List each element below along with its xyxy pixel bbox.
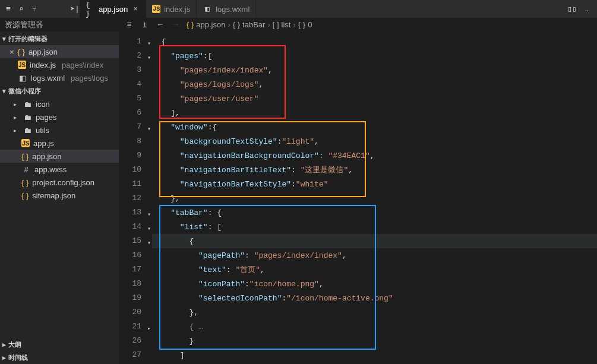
tab-label: logs.wxml (216, 5, 249, 14)
breadcrumb[interactable]: { }app.json › { }tabBar › [ ]list › { }0 (187, 20, 312, 29)
breadcrumb-item[interactable]: app.json (196, 20, 225, 29)
chevron-right-icon: ▸ (2, 354, 6, 362)
fold-icon[interactable]: ▾ (147, 236, 151, 251)
js-icon: JS (18, 61, 26, 69)
bookmark-icon[interactable]: ⟂ (140, 20, 150, 30)
tree-label: sitemap.json (32, 191, 75, 200)
tab-label: app.json (99, 5, 128, 14)
file-label: index.js (30, 61, 56, 69)
json-icon: { } (21, 191, 29, 200)
code-content[interactable]: { "pages":[ "pages/index/index", "pages/… (152, 32, 597, 364)
js-icon: JS (21, 139, 30, 147)
tree-project-config[interactable]: { } project.config.json (0, 176, 119, 189)
section-label: 微信小程序 (8, 87, 41, 96)
tab-bar: { } app.json × JS index.js ◧ logs.wxml (80, 0, 567, 18)
breadcrumb-item[interactable]: 0 (308, 20, 312, 29)
close-icon[interactable]: × (10, 48, 14, 56)
chevron-right-icon: ▸ (11, 127, 19, 134)
tree-label: app.wxss (34, 165, 67, 174)
section-label: 大纲 (8, 340, 21, 349)
tree-utils-folder[interactable]: ▸ 🖿 utils (0, 124, 119, 137)
json-icon: { } (21, 152, 29, 161)
file-path: pages\logs (71, 74, 108, 83)
folder-icon: 🖿 (23, 125, 32, 135)
explorer: ▾ 打开的编辑器 × { } app.json JS index.js page… (0, 32, 119, 364)
wxml-icon: ◧ (18, 73, 27, 83)
tree-label: pages (36, 113, 56, 122)
breadcrumb-item[interactable]: list (282, 20, 291, 29)
more-icon[interactable]: … (583, 4, 592, 14)
fold-icon[interactable]: ▾ (147, 122, 151, 137)
tree-pages-folder[interactable]: ▸ 🖿 pages (0, 110, 119, 124)
timeline-header[interactable]: ▸ 时间线 (0, 351, 119, 364)
folder-icon: 🖿 (23, 99, 32, 109)
json-icon: { } (86, 5, 95, 14)
chevron-right-icon: ▸ (11, 101, 19, 107)
tree-app-js[interactable]: JS app.js (0, 137, 119, 150)
file-path: pages\index (62, 61, 103, 69)
fold-icon[interactable]: ▾ (147, 208, 151, 222)
chevron-right-icon: ▸ (11, 114, 19, 121)
json-icon: { } (187, 20, 194, 29)
breadcrumb-item[interactable]: tabBar (242, 20, 265, 29)
back-icon[interactable]: ← (156, 20, 165, 30)
tab-logs-wxml[interactable]: ◧ logs.wxml (197, 0, 256, 18)
tree-label: utils (36, 126, 49, 135)
fold-icon[interactable]: ▸ (147, 322, 151, 336)
line-gutter: 1▾ 2▾ 3 4 5 6 7▾ 8 9 10 11 12 13▾ 14▾ 15… (119, 32, 152, 364)
fold-icon[interactable]: ▾ (147, 222, 151, 236)
tab-label: index.js (164, 5, 190, 14)
search-icon[interactable]: ⌕ (17, 4, 26, 14)
explorer-title: 资源管理器 (0, 20, 119, 30)
tree-app-json[interactable]: { } app.json (0, 150, 119, 163)
fold-icon[interactable]: ▾ (147, 37, 151, 51)
tree-icon-folder[interactable]: ▸ 🖿 icon (0, 97, 119, 110)
menu-icon[interactable]: ≡ (4, 4, 13, 14)
tree-sitemap-json[interactable]: { } sitemap.json (0, 189, 119, 202)
forward-icon: → (171, 20, 181, 30)
folder-icon: 🖿 (23, 112, 32, 122)
open-editor-app-json[interactable]: × { } app.json (0, 45, 119, 58)
chevron-down-icon: ▾ (2, 35, 6, 43)
wxss-icon: # (21, 164, 31, 174)
split-editor-icon[interactable]: ▯▯ (567, 4, 577, 14)
fold-icon[interactable]: ▾ (147, 51, 151, 65)
file-label: app.json (29, 48, 58, 56)
project-header[interactable]: ▾ 微信小程序 (0, 84, 119, 97)
close-icon[interactable]: × (131, 5, 140, 14)
branch-icon[interactable]: ⑂ (30, 4, 39, 14)
tab-index-js[interactable]: JS index.js (146, 0, 197, 18)
section-label: 打开的编辑器 (8, 34, 48, 43)
tree-label: project.config.json (32, 178, 94, 187)
json-icon: { } (21, 178, 29, 187)
compass-icon[interactable]: ➤| (70, 4, 80, 14)
open-editor-logs-wxml[interactable]: ◧ logs.wxml pages\logs (0, 71, 119, 84)
tree-label: app.json (32, 152, 61, 161)
code-editor[interactable]: 1▾ 2▾ 3 4 5 6 7▾ 8 9 10 11 12 13▾ 14▾ 15… (119, 32, 597, 364)
chevron-down-icon: ▾ (2, 87, 6, 95)
tree-label: app.js (33, 139, 54, 148)
file-label: logs.wxml (31, 74, 65, 83)
wxml-icon: ◧ (203, 4, 212, 14)
braces-icon: { } (298, 20, 305, 29)
open-editors-header[interactable]: ▾ 打开的编辑器 (0, 32, 119, 45)
braces-icon: { } (233, 20, 240, 29)
section-label: 时间线 (8, 353, 28, 362)
json-icon: { } (18, 48, 25, 56)
brackets-icon: [ ] (273, 20, 279, 29)
list-icon[interactable]: ≣ (125, 20, 134, 30)
tree-label: icon (36, 100, 50, 109)
tab-app-json[interactable]: { } app.json × (80, 0, 146, 18)
outline-header[interactable]: ▸ 大纲 (0, 338, 119, 351)
chevron-right-icon: ▸ (2, 341, 6, 349)
open-editor-index-js[interactable]: JS index.js pages\index (0, 58, 119, 71)
js-icon: JS (152, 5, 160, 13)
tree-app-wxss[interactable]: # app.wxss (0, 163, 119, 176)
